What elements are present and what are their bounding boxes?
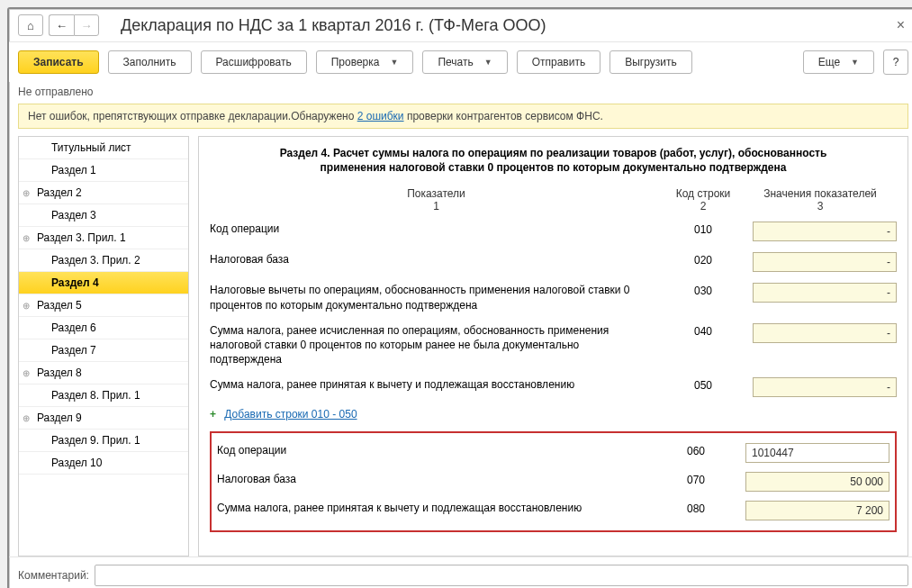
row-code: 080: [655, 501, 736, 515]
expand-icon[interactable]: ⊕: [23, 413, 30, 423]
sidebar-item-10[interactable]: ⊕Раздел 8: [19, 362, 188, 384]
value-input[interactable]: [753, 222, 897, 241]
sidebar-item-12[interactable]: ⊕Раздел 9: [19, 407, 188, 430]
value-input[interactable]: [753, 252, 897, 272]
expand-icon[interactable]: ⊕: [23, 233, 30, 243]
print-button[interactable]: Печать▼: [422, 50, 507, 74]
check-label: Проверка: [331, 56, 380, 68]
alert-text-pre: Нет ошибок, препятствующих отправке декл…: [28, 110, 357, 122]
table-row: Сумма налога, ранее принятая к вычету и …: [210, 372, 897, 403]
close-icon[interactable]: ×: [893, 17, 908, 33]
send-status: Не отправлено: [9, 82, 912, 104]
chevron-down-icon: ▼: [484, 58, 492, 67]
value-input[interactable]: [753, 377, 897, 397]
sidebar-item-4[interactable]: ⊕Раздел 3. Прил. 1: [19, 227, 188, 249]
column-headers: Показатели1 Код строки2 Значения показат…: [210, 187, 897, 213]
fill-button[interactable]: Заполнить: [108, 50, 192, 74]
col1-header: Показатели1: [210, 187, 663, 213]
export-button[interactable]: Выгрузить: [610, 50, 692, 74]
table-row: Код операции010: [210, 216, 897, 247]
sidebar-item-6[interactable]: Раздел 4: [19, 272, 188, 294]
row-code: 050: [663, 377, 744, 392]
row-code: 070: [655, 472, 736, 486]
save-button[interactable]: Записать: [18, 50, 99, 74]
value-input[interactable]: [753, 323, 897, 343]
row-label: Сумма налога, ранее принятая к вычету и …: [217, 501, 655, 515]
sidebar-item-label: Раздел 8. Прил. 1: [51, 389, 140, 402]
row-label: Сумма налога, ранее исчисленная по опера…: [210, 323, 663, 367]
row-code: 030: [663, 283, 744, 297]
check-button[interactable]: Проверка▼: [316, 50, 414, 74]
row-code: 060: [655, 443, 736, 457]
comment-input[interactable]: [95, 565, 908, 586]
row-value-cell: [744, 283, 897, 303]
add-rows-link[interactable]: Добавить строки 010 - 050: [224, 408, 357, 421]
sidebar-item-label: Раздел 7: [51, 344, 96, 357]
value-input[interactable]: [753, 283, 897, 303]
sidebar-item-label: Раздел 6: [51, 321, 96, 334]
plus-icon: +: [210, 408, 216, 421]
content-panel: Раздел 4. Расчет суммы налога по операци…: [198, 136, 908, 556]
table-row: Код операции060: [217, 439, 889, 467]
sidebar-item-label: Раздел 3. Прил. 1: [37, 231, 126, 244]
sidebar-item-14[interactable]: Раздел 10: [19, 452, 188, 475]
row-code: 020: [663, 252, 744, 267]
more-label: Еще: [818, 56, 840, 68]
row-label: Код операции: [210, 222, 663, 236]
footer: Комментарий:: [9, 556, 912, 588]
row-value-cell: [744, 377, 897, 397]
forward-button[interactable]: →: [74, 14, 99, 36]
row-value-cell: [736, 443, 889, 463]
sidebar-item-2[interactable]: ⊕Раздел 2: [19, 182, 188, 204]
expand-icon[interactable]: ⊕: [23, 188, 30, 198]
alert-errors-link[interactable]: 2 ошибки: [357, 110, 404, 122]
table-row: Налоговая база070: [217, 467, 889, 496]
value-input[interactable]: [745, 472, 889, 492]
titlebar: ⌂ ← → Декларация по НДС за 1 квартал 201…: [9, 9, 912, 42]
home-button[interactable]: ⌂: [18, 14, 43, 36]
row-label: Налоговая база: [210, 252, 663, 267]
value-input[interactable]: [745, 443, 889, 463]
sidebar-item-label: Раздел 1: [51, 164, 96, 176]
row-label: Налоговая база: [217, 472, 655, 486]
sidebar-item-11[interactable]: Раздел 8. Прил. 1: [19, 384, 188, 407]
back-button[interactable]: ←: [49, 14, 74, 36]
sidebar-item-label: Титульный лист: [51, 141, 131, 154]
add-rows-line: + Добавить строки 010 - 050: [210, 403, 897, 426]
expand-icon[interactable]: ⊕: [23, 301, 30, 311]
help-button[interactable]: ?: [883, 50, 908, 75]
table-row: Сумма налога, ранее принятая к вычету и …: [217, 496, 889, 525]
row-code: 040: [663, 323, 744, 338]
section-tree[interactable]: Титульный листРаздел 1⊕Раздел 2Раздел 3⊕…: [18, 136, 189, 556]
sidebar-item-8[interactable]: Раздел 6: [19, 317, 188, 339]
table-row: Налоговая база020: [210, 247, 897, 277]
more-button[interactable]: Еще▼: [803, 50, 874, 74]
decode-button[interactable]: Расшифровать: [201, 50, 307, 74]
row-label: Сумма налога, ранее принятая к вычету и …: [210, 377, 663, 392]
expand-icon[interactable]: ⊕: [23, 368, 30, 378]
print-label: Печать: [438, 56, 473, 68]
sidebar-item-1[interactable]: Раздел 1: [19, 159, 188, 182]
sidebar-item-5[interactable]: Раздел 3. Прил. 2: [19, 249, 188, 272]
chevron-down-icon: ▼: [851, 58, 859, 67]
col2-header: Код строки2: [663, 187, 744, 213]
toolbar: Записать Заполнить Расшифровать Проверка…: [9, 42, 912, 82]
value-input[interactable]: [745, 501, 889, 520]
sidebar-item-label: Раздел 2: [37, 186, 82, 199]
row-value-cell: [744, 323, 897, 343]
data-rows: Код операции010Налоговая база020Налоговы…: [210, 216, 897, 403]
sidebar-item-label: Раздел 3: [51, 209, 96, 222]
sidebar-item-label: Раздел 3. Прил. 2: [51, 254, 140, 267]
table-row: Сумма налога, ранее исчисленная по опера…: [210, 318, 897, 373]
sidebar-item-13[interactable]: Раздел 9. Прил. 1: [19, 430, 188, 452]
sidebar-item-7[interactable]: ⊕Раздел 5: [19, 294, 188, 317]
comment-label: Комментарий:: [18, 569, 89, 582]
send-button[interactable]: Отправить: [517, 50, 601, 74]
sidebar-item-3[interactable]: Раздел 3: [19, 204, 188, 227]
row-label: Налоговые вычеты по операциям, обоснован…: [210, 283, 663, 312]
sidebar-item-label: Раздел 5: [37, 299, 82, 312]
sidebar-item-9[interactable]: Раздел 7: [19, 339, 188, 362]
section-title: Раздел 4. Расчет суммы налога по операци…: [246, 146, 861, 175]
body: Титульный листРаздел 1⊕Раздел 2Раздел 3⊕…: [9, 136, 912, 556]
sidebar-item-0[interactable]: Титульный лист: [19, 137, 188, 159]
